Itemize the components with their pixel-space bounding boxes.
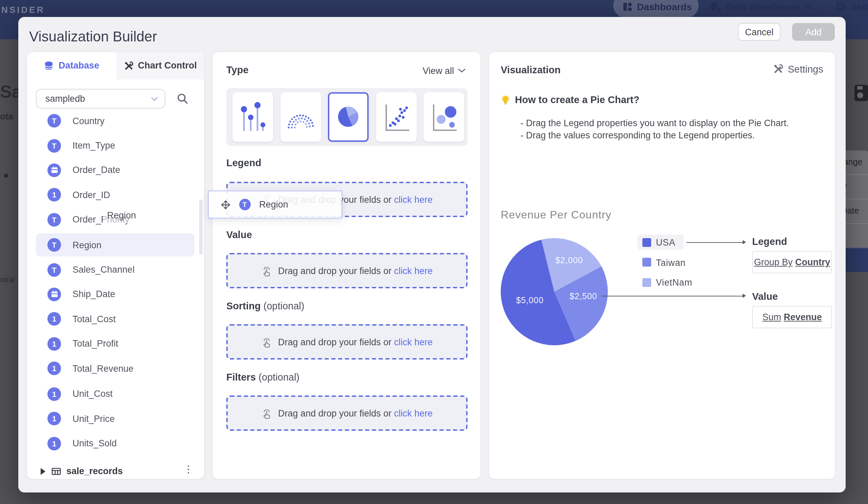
dropzone-text: Drag and drop your fields or click here [278,408,433,418]
text-field-icon: T [48,114,61,128]
dropzone-text: Drag and drop your fields or click here [278,337,433,347]
legend-mapping-box[interactable]: Group By Country [752,251,832,273]
kebab-menu-icon[interactable] [187,465,189,473]
field-row[interactable]: 1 Unit_Price [27,407,204,430]
nav-dashboards[interactable]: Dashboards [623,0,692,18]
chart-type-arc[interactable] [280,92,321,141]
value-mapping-box[interactable]: Sum Revenue [752,306,832,328]
field-row[interactable]: 1 Total_Revenue [27,357,204,380]
add-button[interactable]: Add [792,23,835,41]
visualization-panel: Visualization Settings How to create a P… [489,52,835,478]
chevron-down-icon [805,4,812,9]
tools-icon [124,61,133,70]
bg-bullet-dot [4,174,8,178]
lightbulb-icon [500,94,511,105]
visualization-heading: Visualization [501,64,561,75]
tab-chart-control-label: Chart Control [138,60,197,71]
field-row-region[interactable]: T Region [27,233,204,256]
dropzone-click-here-link[interactable]: click here [394,408,433,418]
chart-type-lollipop[interactable] [232,92,273,141]
tab-chart-control[interactable]: Chart Control [116,52,204,79]
table-row-sale-records[interactable]: sale_records [27,460,204,478]
legend-swatch [642,278,651,286]
scrollbar-thumb[interactable] [199,199,203,254]
legend-item-label[interactable]: Taiwan [656,258,686,268]
legend-swatch [642,258,651,266]
text-field-icon: T [48,238,61,252]
filters-dropzone[interactable]: Drag and drop your fields or click here [226,395,467,431]
legend-item-label[interactable]: VietNam [656,278,692,288]
database-select-value: sampledb [45,93,85,103]
table-icon [52,467,61,475]
dropzone-text: Drag and drop your fields or click here [278,265,433,276]
field-row[interactable]: 1 Units_Sold [27,432,204,455]
search-icon[interactable] [177,93,188,104]
sorting-section-label: Sorting (optional) [226,300,304,311]
number-field-icon: 1 [48,337,61,350]
howto-heading: How to create a Pie Chart? [515,94,639,105]
legend-item-label[interactable]: USA [656,238,675,248]
builder-panel: Type View all [213,52,480,478]
app-logo: NSIDER [1,5,45,15]
text-field-icon: T [239,199,250,210]
field-row[interactable]: 1 Total_Profit [27,332,204,355]
filters-section-label: Filters (optional) [226,371,300,382]
nav-data-warehouse[interactable]: Data Warehouse [710,0,812,18]
expand-caret-icon[interactable] [41,468,45,474]
chart-type-scatter[interactable] [376,92,416,141]
text-field-icon: T [48,139,61,152]
field-row[interactable]: T Item_Type [27,134,204,157]
tools-icon [773,64,783,74]
data-warehouse-icon [710,2,722,12]
value-annotation-arrow [602,296,743,296]
field-row[interactable]: Order_Date [27,158,204,181]
chart-type-bubble[interactable] [424,92,464,141]
drag-ghost-region[interactable]: T Region [208,191,342,219]
field-row[interactable]: 1 Unit_Cost [27,382,204,405]
dashboards-grid-icon [623,2,632,11]
visualization-builder-modal: Visualization Builder Cancel Add Databas… [18,17,846,493]
tap-hand-icon [261,265,273,276]
date-field-icon [48,163,61,177]
sorting-dropzone[interactable]: Drag and drop your fields or click here [226,324,467,360]
value-dropzone[interactable]: Drag and drop your fields or click here [226,253,467,288]
text-field-icon: T [48,263,61,276]
text-field-icon: T [48,213,61,226]
bg-subheading-fragment: otal [0,111,13,121]
number-field-icon: 1 [48,362,61,375]
number-field-icon: 1 [48,387,61,401]
chart-type-pie-selected[interactable] [328,92,369,141]
tab-database-label: Database [59,60,99,71]
tab-database[interactable]: Database [27,52,116,79]
value-section-label: Value [226,229,252,240]
field-row[interactable]: T Country [27,109,204,132]
field-row[interactable]: 1 Total_Cost [27,307,204,330]
nav-settings[interactable]: Settings [835,0,868,18]
legend-mapping-heading: Legend [752,236,787,246]
date-field-icon [48,287,61,301]
legend-annotation-arrow [686,242,743,242]
view-all-button[interactable]: View all [423,65,465,75]
slice-label: $2,500 [569,292,597,301]
tap-hand-icon [261,336,273,347]
slice-label: $2,000 [555,256,583,265]
database-select[interactable]: sampledb [36,89,165,108]
number-field-icon: 1 [48,412,61,425]
dropzone-click-here-link[interactable]: click here [394,337,433,347]
field-row[interactable]: 1 Order_ID [27,183,204,206]
modal-title: Visualization Builder [29,29,157,45]
database-icon [44,61,54,70]
drag-ghost-label: Region [259,200,288,210]
slice-label: $5,000 [516,296,544,305]
screen: NSIDER Dashboards Data Warehouse Setting… [0,0,868,504]
field-row[interactable]: T Sales_Channel [27,258,204,281]
field-row[interactable]: Ship_Date [27,283,204,305]
bg-save-icon [855,85,868,101]
cancel-button[interactable]: Cancel [738,23,781,41]
dropzone-click-here-link[interactable]: click here [394,265,433,276]
dropzone-click-here-link[interactable]: click here [394,194,433,204]
chevron-down-icon [151,97,158,101]
settings-button[interactable]: Settings [773,63,823,74]
bg-page-heading-fragment: Sale [0,81,18,103]
legend-section-label: Legend [226,157,261,168]
